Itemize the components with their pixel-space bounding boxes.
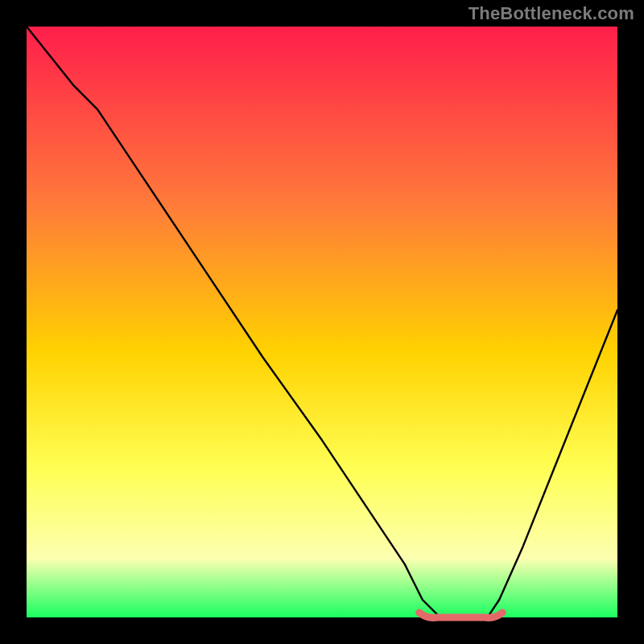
- watermark-text: TheBottleneck.com: [469, 3, 634, 24]
- chart-frame: { "watermark": "TheBottleneck.com", "col…: [0, 0, 644, 644]
- gradient-background: [27, 27, 617, 617]
- bottleneck-chart: [0, 0, 644, 644]
